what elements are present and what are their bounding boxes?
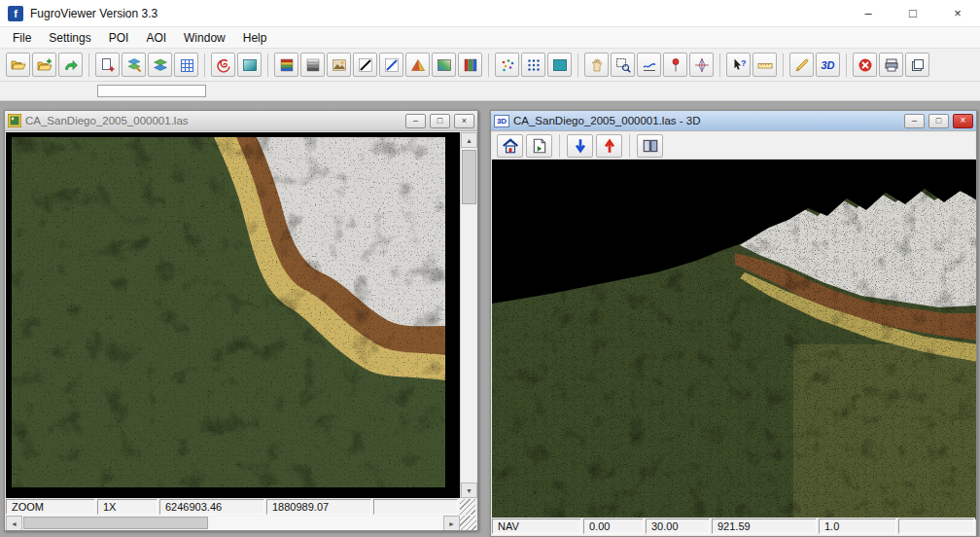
status-coordinate-y: 1880989.07 (266, 499, 371, 515)
menu-help[interactable]: Help (234, 29, 276, 47)
viewer-2d-statusbar: ZOOM 1X 6246903.46 1880989.07 (6, 498, 476, 516)
las-file-icon[interactable] (8, 114, 21, 127)
app-logo-icon: f (8, 6, 23, 21)
poi-pin-icon (668, 57, 683, 73)
points-grid-button[interactable] (521, 53, 545, 77)
viewer-3d-canvas[interactable] (492, 160, 977, 519)
viewer-3d-window-icon[interactable]: 3D (494, 115, 509, 127)
minimize-button[interactable]: – (846, 0, 891, 26)
layers-icon (153, 57, 168, 73)
redo-button[interactable] (58, 53, 83, 77)
z-exaggeration-up-button[interactable] (596, 134, 622, 158)
toolbar-separator (267, 54, 268, 77)
gradient-fill-icon (242, 57, 258, 73)
viewer-2d-canvas[interactable] (6, 132, 462, 498)
slope-black-button[interactable] (353, 53, 377, 77)
viewports-icon (642, 137, 659, 155)
menu-settings[interactable]: Settings (40, 29, 99, 47)
svg-text:?: ? (741, 58, 747, 68)
tin-triangle-button[interactable] (405, 53, 430, 77)
grid-button[interactable] (174, 53, 198, 77)
viewer-2d-titlebar: CA_SanDiego_2005_000001.las – □ × (5, 111, 477, 131)
toolbar-separator (88, 54, 89, 77)
viewer-3d-minimize-button[interactable]: – (904, 114, 925, 128)
slope-black-icon (358, 57, 373, 73)
viewer-3d-window: 3D CA_SanDiego_2005_000001.las - 3D – □ … (490, 110, 977, 537)
status-strip-field (97, 85, 206, 97)
status-coordinate-x: 6246903.46 (159, 499, 264, 515)
close-red-icon (858, 57, 873, 73)
menu-aoi[interactable]: AOI (137, 29, 175, 47)
surface-button[interactable] (547, 53, 572, 77)
maximize-button[interactable]: □ (891, 0, 935, 26)
snapshot-button[interactable] (526, 134, 552, 158)
slope-blue-button[interactable] (379, 53, 403, 77)
scroll-up-arrow[interactable]: ▲ (461, 132, 477, 148)
menu-file[interactable]: File (4, 29, 40, 47)
elevation-image-button[interactable] (432, 53, 456, 77)
gray-scale-icon (305, 57, 321, 73)
menu-window[interactable]: Window (175, 29, 234, 47)
close-button[interactable]: × (935, 0, 980, 26)
gradient-fill-button[interactable] (237, 53, 262, 77)
points-scatter-icon (500, 57, 515, 73)
vertical-scroll-thumb[interactable] (462, 150, 476, 204)
close-data-button[interactable] (853, 53, 877, 77)
rgb-bars-icon (463, 57, 478, 73)
add-data-button[interactable] (95, 53, 120, 77)
viewer-2d-close-button[interactable]: × (454, 114, 474, 128)
identify-button[interactable]: ? (726, 53, 751, 77)
viewer-2d-title: CA_SanDiego_2005_000001.las (25, 115, 402, 126)
printer-icon (884, 57, 899, 73)
scroll-right-arrow[interactable]: ► (443, 516, 460, 531)
status-mode: ZOOM (6, 499, 95, 515)
corner-resize-grip[interactable] (460, 516, 476, 531)
menubar: File Settings POI AOI Window Help (0, 27, 980, 49)
status-strip (0, 82, 980, 101)
zoom-window-icon (615, 57, 631, 73)
layers-button[interactable] (148, 53, 172, 77)
z-exaggeration-down-button[interactable] (567, 134, 593, 158)
viewer-2d-window: CA_SanDiego_2005_000001.las – □ × (4, 110, 478, 531)
home-view-button[interactable] (497, 134, 523, 158)
layers-edit-icon (126, 57, 142, 73)
rgb-bars-button[interactable] (458, 53, 482, 77)
points-grid-icon (526, 57, 542, 73)
points-scatter-button[interactable] (495, 53, 519, 77)
viewer-2d-restore-button[interactable]: □ (430, 114, 450, 128)
vertical-scrollbar[interactable]: ▲ ▼ (460, 132, 476, 498)
poi-pin-button[interactable] (663, 53, 687, 77)
viewer-3d-restore-button[interactable]: □ (928, 114, 949, 128)
print-button[interactable] (879, 53, 903, 77)
zoom-window-button[interactable] (611, 53, 635, 77)
open-file-button[interactable] (6, 53, 30, 77)
horizontal-scrollbar[interactable]: ◄ ► (6, 516, 476, 531)
resize-grip[interactable] (460, 499, 475, 515)
viewports-button[interactable] (637, 134, 663, 158)
viewer-3d-close-button[interactable]: × (953, 114, 973, 128)
z-up-arrow-icon (601, 137, 618, 155)
scroll-down-arrow[interactable]: ▼ (461, 483, 477, 498)
aoi-target-button[interactable] (689, 53, 714, 77)
pan-button[interactable] (584, 53, 609, 77)
status-value-3: 921.59 (712, 519, 817, 534)
viewer-3d-title: CA_SanDiego_2005_000001.las - 3D (513, 115, 900, 126)
open-add-button[interactable] (32, 53, 56, 77)
profile-button[interactable] (637, 53, 661, 77)
distance-button[interactable] (789, 53, 814, 77)
image-button[interactable] (327, 53, 351, 77)
pages-button[interactable] (905, 53, 929, 77)
horizontal-scroll-track[interactable] (22, 516, 443, 531)
horizontal-scroll-thumb[interactable] (23, 517, 208, 529)
measure-button[interactable] (752, 53, 777, 77)
view-3d-button[interactable]: 3D (816, 53, 840, 77)
gray-scale-button[interactable] (300, 53, 325, 77)
viewer-2d-minimize-button[interactable]: – (405, 114, 426, 128)
layers-edit-button[interactable] (122, 53, 146, 77)
color-scale-icon (279, 57, 295, 73)
spiral-select-button[interactable] (211, 53, 235, 77)
color-scale-button[interactable] (274, 53, 298, 77)
scroll-left-arrow[interactable]: ◄ (6, 516, 22, 531)
menu-poi[interactable]: POI (100, 29, 138, 47)
status-value-1: 0.00 (583, 519, 644, 534)
